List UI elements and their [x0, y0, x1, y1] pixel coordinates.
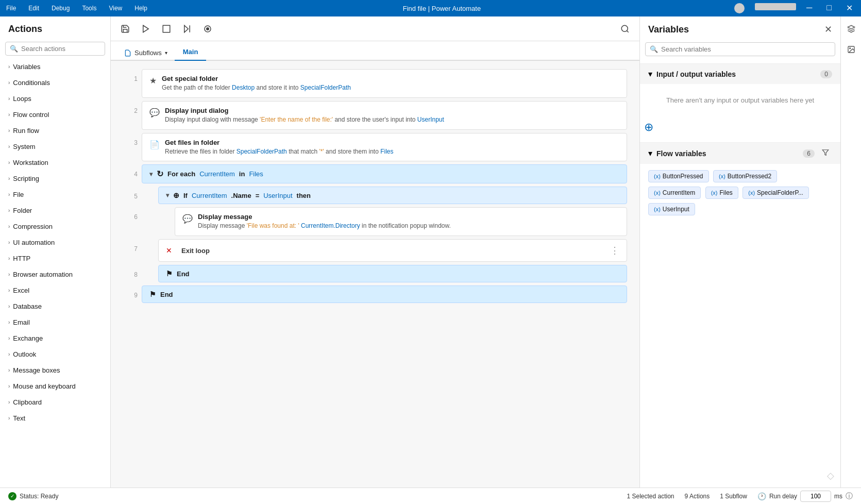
action-item-outlook[interactable]: › Outlook: [0, 346, 110, 362]
action-item-folder[interactable]: › Folder: [0, 203, 110, 219]
menu-tools[interactable]: Tools: [80, 5, 98, 12]
stop-button[interactable]: [158, 21, 175, 37]
search-canvas-button[interactable]: [617, 21, 633, 37]
action-item-text[interactable]: › Text: [0, 410, 110, 426]
step-number-3: 3: [123, 133, 138, 146]
var-chip-buttonpressed[interactable]: (x) ButtonPressed: [648, 170, 709, 182]
end-foreach-title: End: [160, 291, 173, 298]
var-chip-files[interactable]: (x) Files: [705, 187, 738, 199]
add-variable-button[interactable]: ⊕: [640, 116, 657, 138]
action-item-variables[interactable]: › Variables: [0, 59, 110, 75]
action-item-label: Clipboard: [13, 398, 42, 406]
window-title: Find file | Power Automate: [149, 5, 734, 12]
svg-point-6: [621, 25, 628, 31]
save-button[interactable]: [117, 21, 133, 37]
var-chip-currentitem[interactable]: (x) CurrentItem: [648, 187, 701, 199]
next-step-button[interactable]: [179, 21, 195, 37]
action-item-label: Outlook: [13, 350, 36, 358]
variables-search-input[interactable]: [661, 45, 831, 53]
exit-loop-card[interactable]: ✕ Exit loop ⋮: [158, 239, 627, 262]
action-item-label: Flow control: [13, 111, 49, 119]
flow-card-3[interactable]: 📄 Get files in folder Retrieve the files…: [142, 133, 627, 162]
foreach-collapse-icon[interactable]: ▾: [149, 171, 153, 178]
run-delay-input[interactable]: [800, 491, 831, 502]
var-chip-userinput[interactable]: (x) UserInput: [648, 203, 695, 215]
action-item-workstation[interactable]: › Workstation: [0, 155, 110, 171]
chevron-icon: ›: [8, 351, 10, 357]
user-avatar[interactable]: [734, 3, 745, 13]
action-item-browser-automation[interactable]: › Browser automation: [0, 266, 110, 282]
flow-card-2[interactable]: 💬 Display input dialog Display input dia…: [142, 101, 627, 130]
var-label-buttonpressed2: ButtonPressed2: [728, 173, 771, 180]
actions-list: › Variables › Conditionals › Loops › Flo…: [0, 59, 110, 488]
actions-search-input[interactable]: [21, 45, 100, 53]
flow-canvas[interactable]: 1 ★ Get special folder Get the path of t…: [111, 61, 639, 488]
var-chip-buttonpressed2[interactable]: (x) ButtonPressed2: [713, 170, 777, 182]
flow-variables-section-header[interactable]: ▾ Flow variables 6: [640, 143, 840, 164]
action-item-database[interactable]: › Database: [0, 298, 110, 314]
var-label-specialfolderpath: SpecialFolderP...: [757, 189, 803, 196]
actions-search-box[interactable]: 🔍: [5, 42, 105, 56]
variables-search-box[interactable]: 🔍: [645, 42, 835, 56]
record-button[interactable]: [199, 21, 216, 37]
foreach-header[interactable]: ▾ ↻ For each CurrentItem in Files: [142, 164, 627, 183]
run-button[interactable]: [138, 21, 154, 37]
minimize-button[interactable]: ─: [802, 3, 816, 13]
action-item-file[interactable]: › File: [0, 187, 110, 203]
side-layers-button[interactable]: [843, 21, 859, 37]
action-item-compression[interactable]: › Compression: [0, 219, 110, 234]
action-item-conditionals[interactable]: › Conditionals: [0, 75, 110, 91]
chevron-icon: ›: [8, 112, 10, 117]
end-if-card[interactable]: ⚑ End: [158, 265, 627, 282]
var-icon-buttonpressed2: (x): [719, 173, 725, 179]
menu-debug[interactable]: Debug: [49, 5, 72, 12]
action-item-flow-control[interactable]: › Flow control: [0, 107, 110, 123]
end-foreach-card[interactable]: ⚑ End: [142, 285, 627, 303]
action-item-label: Mouse and keyboard: [13, 382, 75, 390]
flow-card-1[interactable]: ★ Get special folder Get the path of the…: [142, 69, 627, 98]
action-item-scripting[interactable]: › Scripting: [0, 171, 110, 187]
flow-variables-filter-button[interactable]: [819, 148, 832, 159]
action-item-run-flow[interactable]: › Run flow: [0, 123, 110, 139]
menu-help[interactable]: Help: [132, 5, 149, 12]
step-6-title: Display message: [198, 213, 619, 221]
if-block: ▾ ⊕ If CurrentItem .Name = UserInput the…: [158, 187, 627, 204]
action-item-system[interactable]: › System: [0, 139, 110, 155]
run-delay-info-icon[interactable]: ⓘ: [846, 492, 853, 501]
action-item-clipboard[interactable]: › Clipboard: [0, 394, 110, 410]
step-3-content: Get files in folder Retrieve the files i…: [165, 139, 619, 156]
action-item-mouse-keyboard[interactable]: › Mouse and keyboard: [0, 378, 110, 394]
action-item-http[interactable]: › HTTP: [0, 250, 110, 266]
action-item-loops[interactable]: › Loops: [0, 91, 110, 107]
flow-row-5: 5 ▾ ⊕ If CurrentItem .Name = UserInput t…: [123, 187, 627, 204]
side-image-button[interactable]: [843, 41, 859, 58]
end-foreach-block: ⚑ End: [142, 285, 627, 303]
if-collapse-icon[interactable]: ▾: [166, 192, 169, 199]
variables-close-button[interactable]: ✕: [824, 24, 832, 35]
action-item-email[interactable]: › Email: [0, 314, 110, 330]
chevron-icon: ›: [8, 304, 10, 309]
subflows-button[interactable]: Subflows ▾: [119, 46, 173, 60]
action-item-exchange[interactable]: › Exchange: [0, 330, 110, 346]
close-button[interactable]: ✕: [842, 3, 857, 13]
if-header[interactable]: ▾ ⊕ If CurrentItem .Name = UserInput the…: [158, 187, 627, 204]
action-item-ui-automation[interactable]: › UI automation: [0, 234, 110, 250]
action-item-message-boxes[interactable]: › Message boxes: [0, 362, 110, 378]
chevron-icon: ›: [8, 160, 10, 165]
exit-loop-more-icon[interactable]: ⋮: [610, 245, 619, 256]
menu-edit[interactable]: Edit: [26, 5, 41, 12]
menu-view[interactable]: View: [107, 5, 124, 12]
token-specialfolderpath-1: SpecialFolderPath: [300, 84, 351, 91]
input-output-section-header[interactable]: ▾ Input / output variables 0: [640, 64, 840, 84]
action-item-excel[interactable]: › Excel: [0, 282, 110, 298]
display-input-dialog-icon: 💬: [149, 107, 160, 117]
var-chip-specialfolderpath[interactable]: (x) SpecialFolderP...: [742, 187, 809, 199]
flow-card-6[interactable]: 💬 Display message Display message 'File …: [175, 207, 627, 236]
token-string-file-found: 'File was found at: ': [247, 222, 299, 229]
maximize-button[interactable]: □: [822, 3, 836, 13]
end-if-block: ⚑ End: [158, 265, 627, 282]
display-message-icon: 💬: [182, 213, 193, 224]
action-item-label: System: [13, 143, 35, 150]
menu-file[interactable]: File: [4, 5, 18, 12]
tab-main[interactable]: Main: [175, 44, 207, 61]
